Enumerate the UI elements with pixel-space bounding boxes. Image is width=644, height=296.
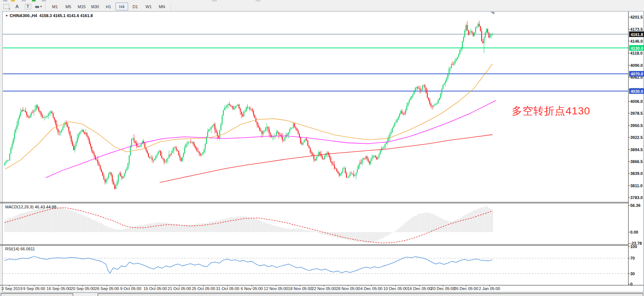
toolbar-separator (171, 3, 172, 10)
rsi-tick-label: 70 (630, 256, 635, 260)
scrollbar-thumb[interactable] (98, 293, 643, 296)
chevron-down-icon: ▼ (40, 5, 42, 8)
rsi-tick-label: 30 (630, 271, 635, 276)
price-tick-label: 4146.0 (630, 39, 643, 43)
price-tick-label: 4201.5 (630, 15, 643, 19)
date-tick-label: 20 Dec 05:00 (431, 286, 455, 291)
trading-app-window: A T ◆◆ ▼ M1M5M15M30H1H4D1W1MN 4201.54173… (0, 0, 644, 296)
price-tick-label: 3950.5 (630, 123, 643, 128)
chevron-down-icon: ▼ (5, 14, 8, 17)
date-tick-label: 3 Sep 2019 (1, 286, 22, 291)
date-tick-label: 10 Dec 05:00 (383, 286, 407, 291)
chart-window-chrome (2, 11, 644, 292)
date-tick-label: 20 Sep 05:00 (71, 286, 95, 291)
price-axis: 4201.54173.54146.04118.04090.04062.04034… (628, 12, 644, 286)
timeframe-button-D1[interactable]: D1 (129, 3, 142, 10)
text-a-icon: A (15, 4, 19, 9)
date-tick-label: 16 Dec 05:00 (407, 286, 432, 291)
crosshair-grid-tool[interactable] (2, 3, 11, 10)
timeframe-button-M15[interactable]: M15 (75, 3, 88, 10)
shapes-icon: ◆◆ (35, 5, 39, 9)
trend-annotation-text: 多空转折点4130 (512, 104, 590, 118)
chart-window: 4201.54173.54146.04118.04090.04062.04034… (0, 11, 644, 296)
text-box-icon: T (25, 4, 31, 9)
text-label-tool[interactable]: A (13, 3, 22, 10)
date-tick-label: 18 Nov 05:00 (288, 286, 312, 291)
timeframe-button-M30[interactable]: M30 (89, 3, 101, 10)
price-tick-label: 4090.0 (630, 63, 643, 68)
price-tick-label: 4118.0 (630, 51, 643, 55)
symbol-label: CHINA300-,H4 (10, 13, 37, 18)
date-tick-label: 21 Oct 05:00 (168, 286, 191, 291)
date-tick-label: 12 Nov 05:00 (264, 286, 288, 291)
price-tick-label: 3839.0 (630, 171, 643, 176)
timeframe-button-H1[interactable]: H1 (102, 3, 115, 10)
price-tick-label: 4173.5 (630, 27, 643, 32)
price-tick-label: 3922.5 (630, 135, 643, 140)
date-tick-label: 2 Jan 05:00 (479, 286, 500, 291)
date-tick-label: 9 Oct 05:00 (120, 286, 142, 291)
timeframe-group: M1M5M15M30H1H4D1W1MN (48, 3, 169, 10)
rsi-tick-label: 0 (630, 282, 632, 286)
date-tick-label: 22 Nov 05:00 (312, 286, 336, 291)
date-tick-label: 26 Sep 05:00 (95, 286, 119, 291)
date-tick-label: 4 Dec 05:00 (360, 286, 382, 291)
date-tick-label: 25 Oct 05:00 (192, 286, 215, 291)
timeframe-button-MN[interactable]: MN (156, 3, 168, 10)
macd-tick-label: 56.36 (630, 203, 641, 208)
price-badge-text: 4070.0 (631, 72, 643, 76)
macd-indicator-label: MACD(12,26,9) 46.43 44.98 (5, 205, 56, 209)
date-tick-label: 9 Sep 05:00 (23, 286, 45, 291)
macd-tick-label: 0.00 (630, 230, 638, 234)
price-tick-label: 3866.5 (630, 159, 643, 164)
timeframe-button-H4[interactable]: H4 (116, 3, 128, 10)
text-box-tool[interactable]: T (23, 3, 32, 10)
price-badge-text: 4161.8 (631, 32, 643, 37)
date-tick-label: 31 Oct 05:00 (216, 286, 240, 291)
price-tick-label: 3978.5 (630, 111, 643, 116)
timeframe-button-M1[interactable]: M1 (49, 3, 61, 10)
price-tick-label: 4006.0 (630, 99, 643, 104)
shapes-tool[interactable]: ◆◆ ▼ (34, 3, 43, 10)
scrollbar-segment-left[interactable] (1, 293, 73, 296)
price-badge-text: 4130.0 (631, 46, 643, 51)
date-tick-label: 15 Oct 05:00 (144, 286, 167, 291)
chart-symbol-ohlc[interactable]: ▼CHINA300-,H4 4158.3 4165.1 4141.6 4161.… (5, 13, 93, 18)
timeframe-button-M5[interactable]: M5 (62, 3, 75, 10)
chart-canvas[interactable]: 4201.54173.54146.04118.04090.04062.04034… (0, 0, 644, 296)
rsi-tick-label: 100 (630, 244, 637, 249)
macd-values: 46.43 44.98 (35, 205, 56, 209)
date-tick-label: 26 Dec 05:00 (454, 286, 478, 291)
price-tick-label: 3894.5 (630, 147, 643, 152)
rsi-name: RSI(14) (5, 247, 19, 251)
date-tick-label: 6 Nov 05:00 (241, 286, 263, 291)
price-badge-text: 4030.0 (631, 89, 643, 94)
macd-name: MACD(12,26,9) (5, 205, 33, 209)
price-tick-label: 3811.0 (630, 183, 643, 188)
rsi-values: 66.0611 (20, 247, 35, 251)
grid-icon (3, 4, 9, 9)
ohlc-values: 4158.3 4165.1 4141.6 4161.8 (39, 13, 93, 18)
rsi-indicator-label: RSI(14) 66.0611 (5, 247, 35, 251)
chart-toolbar: A T ◆◆ ▼ M1M5M15M30H1H4D1W1MN (0, 2, 644, 11)
price-tick-label: 3783.0 (630, 195, 643, 200)
horizontal-scrollbar[interactable] (0, 293, 644, 296)
timeframe-button-W1[interactable]: W1 (142, 3, 155, 10)
date-tick-label: 28 Nov 05:00 (336, 286, 360, 291)
date-tick-label: 16 Sep 05:00 (46, 286, 71, 291)
toolbar-separator (45, 3, 46, 10)
